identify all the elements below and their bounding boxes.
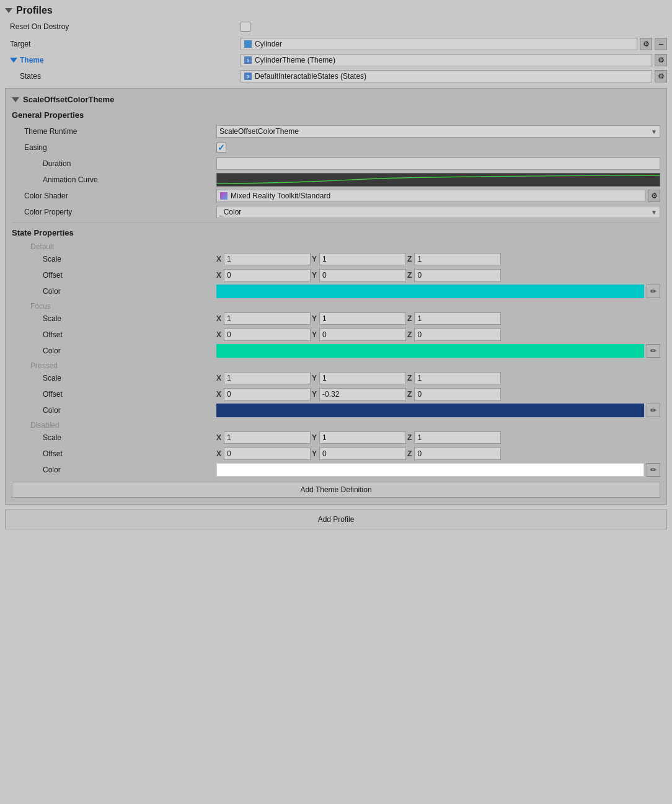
pressed-color-swatch[interactable] (216, 404, 644, 417)
pressed-scale-x-input[interactable] (224, 372, 311, 384)
focus-color-swatch[interactable] (216, 344, 644, 358)
focus-eyedropper-button[interactable]: ✏ (647, 344, 660, 358)
focus-offset-y-input[interactable] (319, 329, 406, 341)
target-label: Target (5, 40, 241, 48)
focus-offset-z-label: Z (407, 330, 412, 339)
disabled-scale-x-label: X (216, 433, 221, 442)
pressed-offset-z-label: Z (407, 390, 412, 399)
duration-input[interactable]: 0.1 (216, 157, 660, 170)
add-theme-definition-button[interactable]: Add Theme Definition (12, 482, 660, 498)
theme-runtime-value: ScaleOffsetColorTheme (219, 127, 299, 136)
easing-label: Easing (12, 143, 216, 152)
pressed-scale-z-label: Z (407, 374, 412, 382)
focus-scale-y-input[interactable] (319, 312, 406, 325)
color-property-dropdown[interactable]: _Color ▼ (216, 206, 660, 218)
disabled-offset-z-input[interactable] (414, 448, 501, 460)
pressed-offset-y-input[interactable] (319, 388, 406, 400)
default-scale-x-input[interactable] (224, 253, 311, 265)
theme-section-collapse-icon[interactable] (12, 97, 19, 102)
target-gear-button[interactable]: ⚙ (640, 38, 652, 50)
target-minus-button[interactable]: − (655, 38, 667, 50)
disabled-scale-x-input[interactable] (224, 431, 311, 444)
focus-state-label: Focus (12, 302, 660, 311)
pressed-offset-x-input[interactable] (224, 388, 311, 400)
disabled-scale-group: X Y Z (216, 431, 660, 444)
default-offset-group: X Y Z (216, 269, 660, 281)
pressed-offset-z-input[interactable] (414, 388, 501, 400)
target-field[interactable]: Cylinder (241, 38, 637, 50)
general-properties-title: General Properties (12, 110, 660, 120)
gear-icon: ⚙ (658, 56, 665, 64)
default-scale-z-input[interactable] (414, 253, 501, 265)
pressed-scale-y-input[interactable] (319, 372, 406, 384)
focus-scale-label: Scale (12, 314, 216, 323)
default-offset-z-input[interactable] (414, 269, 501, 281)
pressed-offset-label: Offset (12, 390, 216, 399)
theme-runtime-label: Theme Runtime (12, 127, 216, 136)
default-color-swatch[interactable] (216, 285, 644, 298)
disabled-eyedropper-button[interactable]: ✏ (647, 463, 660, 477)
target-object-icon (244, 40, 252, 48)
disabled-state-label: Disabled (12, 421, 660, 430)
animation-curve-display[interactable] (216, 173, 660, 187)
pressed-eyedropper-button[interactable]: ✏ (647, 404, 660, 417)
default-scale-label: Scale (12, 255, 216, 263)
focus-offset-z-input[interactable] (414, 329, 501, 341)
disabled-scale-label: Scale (12, 433, 216, 442)
states-object-icon: S (244, 72, 252, 81)
pressed-scale-z-input[interactable] (414, 372, 501, 384)
focus-offset-x-input[interactable] (224, 329, 311, 341)
pressed-offset-group: X Y Z (216, 388, 660, 400)
disabled-offset-y-input[interactable] (319, 448, 406, 460)
theme-object-icon: S (244, 56, 252, 64)
default-offset-z-label: Z (407, 271, 412, 280)
default-scale-y-input[interactable] (319, 253, 406, 265)
disabled-scale-y-input[interactable] (319, 431, 406, 444)
theme-value: CylinderTheme (Theme) (255, 56, 335, 64)
states-field[interactable]: S DefaultInteractableStates (States) (241, 70, 652, 82)
focus-offset-label: Offset (12, 330, 216, 339)
disabled-offset-x-label: X (216, 449, 221, 458)
disabled-color-swatch[interactable] (216, 463, 644, 477)
focus-scale-group: X Y Z (216, 312, 660, 325)
easing-checkbox[interactable]: ✓ (216, 143, 226, 152)
states-gear-button[interactable]: ⚙ (655, 70, 667, 82)
focus-scale-y-label: Y (312, 314, 317, 323)
theme-runtime-dropdown[interactable]: ScaleOffsetColorTheme ▼ (216, 125, 660, 138)
theme-collapse-icon[interactable] (10, 58, 17, 63)
pressed-scale-group: X Y Z (216, 372, 660, 384)
focus-offset-y-label: Y (312, 330, 317, 339)
default-offset-x-label: X (216, 271, 221, 280)
disabled-offset-z-label: Z (407, 449, 412, 458)
profiles-title: Profiles (16, 5, 53, 16)
eyedropper-icon: ✏ (650, 347, 657, 355)
disabled-offset-label: Offset (12, 449, 216, 458)
reset-on-destroy-label: Reset On Destroy (5, 22, 241, 31)
focus-offset-x-label: X (216, 330, 221, 339)
focus-scale-z-input[interactable] (414, 312, 501, 325)
checkmark-icon: ✓ (218, 143, 225, 152)
default-color-label: Color (12, 287, 216, 296)
pressed-state-label: Pressed (12, 361, 660, 370)
theme-label: Theme (5, 56, 241, 64)
pressed-scale-label: Scale (12, 374, 216, 382)
theme-field[interactable]: S CylinderTheme (Theme) (241, 54, 652, 66)
disabled-offset-y-label: Y (312, 449, 317, 458)
target-value: Cylinder (255, 40, 282, 48)
focus-scale-x-input[interactable] (224, 312, 311, 325)
default-scale-z-label: Z (407, 255, 412, 263)
disabled-offset-x-input[interactable] (224, 448, 311, 460)
disabled-scale-z-input[interactable] (414, 431, 501, 444)
reset-on-destroy-checkbox[interactable] (241, 22, 250, 32)
default-offset-x-input[interactable] (224, 269, 311, 281)
default-offset-y-input[interactable] (319, 269, 406, 281)
theme-gear-button[interactable]: ⚙ (655, 54, 667, 66)
state-properties-title: State Properties (12, 228, 660, 237)
default-eyedropper-button[interactable]: ✏ (647, 285, 660, 298)
focus-offset-group: X Y Z (216, 329, 660, 341)
add-profile-button[interactable]: Add Profile (5, 510, 667, 529)
default-offset-label: Offset (12, 271, 216, 280)
color-shader-field[interactable]: Mixed Reality Toolkit/Standard (216, 190, 645, 202)
profiles-collapse-icon[interactable] (5, 8, 12, 13)
color-shader-gear-button[interactable]: ⚙ (648, 190, 660, 202)
